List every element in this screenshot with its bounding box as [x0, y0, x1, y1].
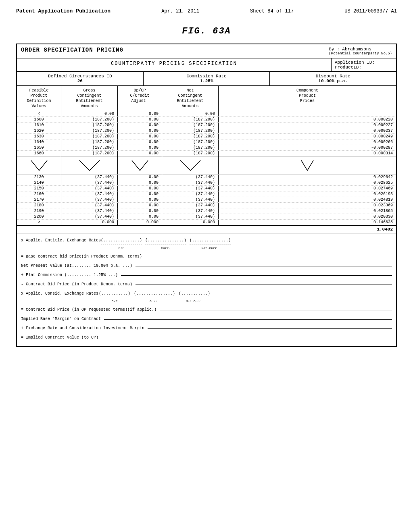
table-cell: 0.026193	[219, 191, 396, 197]
table-cell: 1630	[17, 134, 61, 139]
table-cell: (37.440)	[162, 214, 219, 219]
data-group-2: 2130(37.440)0.00(37.440)0.0296422140(37.…	[17, 175, 396, 225]
table-cell: (37.440)	[162, 175, 219, 180]
col-header-gross: Gross Contingent Entitlement Amounts	[61, 86, 118, 111]
formula-text: + Exchange Rate and Consideration Invest…	[21, 324, 144, 332]
formula-line: Net Present Value (at........ 10.00% p.a…	[21, 262, 392, 270]
table-cell: 0.00	[118, 197, 162, 202]
table-cell: (37.440)	[162, 203, 219, 208]
table-cell: 1610	[17, 123, 61, 128]
table-cell: (187.200)	[162, 151, 219, 156]
defined-circumstances-value: 26	[20, 79, 140, 83]
formula-text: = Base contract bid price(in Product Den…	[21, 253, 142, 261]
table-cell: 2160	[17, 191, 61, 197]
table-cell: (37.440)	[61, 175, 118, 180]
formula-line: + Exchange Rate and Consideration Invest…	[21, 324, 392, 332]
table-cell: (37.440)	[61, 197, 118, 202]
table-cell: 0.00	[118, 151, 162, 156]
col-header-net: Net Contingent Entitlement Amounts	[162, 86, 219, 111]
table-row: 2130(37.440)0.00(37.440)0.029642	[17, 175, 396, 180]
page-header: Patent Application Publication Apr. 21, …	[16, 8, 397, 14]
table-cell: 1640	[17, 139, 61, 145]
table-row: 1620(187.200)0.00(187.200)0.000237	[17, 128, 396, 134]
defined-circumstances-cell: Defined Circumstances ID 26	[17, 72, 144, 85]
app-id-box: Application ID: ProductID:	[332, 58, 396, 71]
patent-number: US 2011/0093377 A1	[344, 8, 397, 14]
table-cell: (187.200)	[61, 145, 118, 150]
table-cell: 0.00	[118, 191, 162, 197]
column-headers: Feasible Product Definition Values Gross…	[17, 86, 396, 111]
table-cell: 0.020330	[219, 214, 396, 219]
table-cell: 2140	[17, 180, 61, 185]
table-cell: (37.440)	[61, 208, 118, 214]
table-cell: 0.029642	[219, 175, 396, 180]
table-cell: 0.000	[162, 220, 219, 225]
ellipsis-comp	[219, 156, 396, 174]
table-cell: 0.000220	[219, 117, 396, 122]
table-cell: (187.200)	[162, 139, 219, 145]
table-cell: 0.00	[118, 180, 162, 185]
col-header-opcp: Op/CP C/Credit Adjust.	[118, 86, 162, 111]
table-row: 1650(187.200)0.00(187.200)-0.000287	[17, 145, 396, 151]
table-cell: (37.440)	[162, 208, 219, 214]
table-row: <0.000.000.00	[17, 111, 396, 117]
table-cell: 1650	[17, 145, 61, 150]
table-cell: (187.200)	[162, 123, 219, 128]
table-row: 1640(187.200)0.00(187.200)0.000266	[17, 139, 396, 145]
formula-text: + Flat Commission (.......... 1.25% ...)	[21, 271, 118, 279]
table-cell: (187.200)	[61, 139, 118, 145]
table-cell: (187.200)	[61, 117, 118, 122]
by-label: By : Abrahamsons	[329, 47, 392, 52]
defined-circumstances-label: Defined Circumstances ID	[20, 74, 140, 79]
table-row: 2170(37.440)0.00(37.440)0.024819	[17, 197, 396, 203]
table-cell: (187.200)	[61, 151, 118, 156]
table-cell: 1620	[17, 128, 61, 133]
table-cell: 0.000237	[219, 128, 396, 133]
table-cell: (37.440)	[61, 186, 118, 191]
table-cell: 0.00	[118, 214, 162, 219]
discount-rate-cell: Discount Rate 10.00% p.a.	[270, 72, 396, 85]
product-id-label: ProductID:	[335, 65, 393, 70]
table-row: 1610(187.200)0.00(187.200)0.000227	[17, 123, 396, 128]
commission-rate-value: 1.25%	[147, 79, 267, 83]
table-cell: 0.00	[118, 208, 162, 214]
table-cell: 0.00	[118, 111, 162, 116]
pub-date: Apr. 21, 2011	[161, 8, 199, 14]
table-cell: 0.00	[118, 139, 162, 145]
table-cell: (187.200)	[162, 128, 219, 133]
defined-row: Defined Circumstances ID 26 Commission R…	[17, 72, 396, 86]
table-cell: 0.00	[162, 111, 219, 116]
publication-title: Patent Application Publication	[16, 8, 111, 14]
table-cell: 2200	[17, 214, 61, 219]
counterparty-row: COUNTERPARTY PRICING SPECIFICATION Appli…	[17, 58, 396, 72]
table-row: 1630(187.200)0.00(187.200)0.000249	[17, 134, 396, 139]
table-cell: (37.440)	[162, 186, 219, 191]
by-sub: (Potential Counterparty No.5)	[329, 52, 392, 56]
table-row: 2180(37.440)0.00(37.440)0.023369	[17, 203, 396, 208]
formula-line: - Contract Bid Price (in Product Denom. …	[21, 281, 392, 289]
table-cell: -0.000287	[219, 145, 396, 150]
formula-prefix: x Applic. Consid. Exchange Rates	[21, 290, 98, 298]
table-cell: (37.440)	[162, 191, 219, 197]
table-cell: 0.00	[118, 203, 162, 208]
table-cell: 0.00	[118, 128, 162, 133]
table-cell: (187.200)	[162, 145, 219, 150]
table-cell: (37.440)	[162, 197, 219, 202]
table-cell: 0.00	[118, 175, 162, 180]
formula-text: - Contract Bid Price (in Product Denom. …	[21, 281, 132, 289]
table-cell: 0.00	[118, 186, 162, 191]
formula-text: Implied Base 'Margin' on Contract	[21, 315, 101, 323]
table-cell: 0.000266	[219, 139, 396, 145]
table-row: 2200(37.440)0.00(37.440)0.020330	[17, 214, 396, 220]
table-cell: 2150	[17, 186, 61, 191]
table-cell: 2180	[17, 203, 61, 208]
table-row: 2150(37.440)0.00(37.440)0.027469	[17, 186, 396, 191]
table-cell: 0.00	[118, 123, 162, 128]
table-row: 2160(37.440)0.00(37.440)0.026193	[17, 191, 396, 197]
ellipsis-gross	[61, 156, 118, 174]
commission-rate-cell: Commission Rate 1.25%	[144, 72, 270, 85]
formula-line: x Applic. Entitle. Exchange Rates (.....…	[21, 237, 392, 251]
app-id-label: Application ID:	[335, 60, 393, 65]
table-cell: (37.440)	[61, 214, 118, 219]
table-cell: 0.028625	[219, 180, 396, 185]
